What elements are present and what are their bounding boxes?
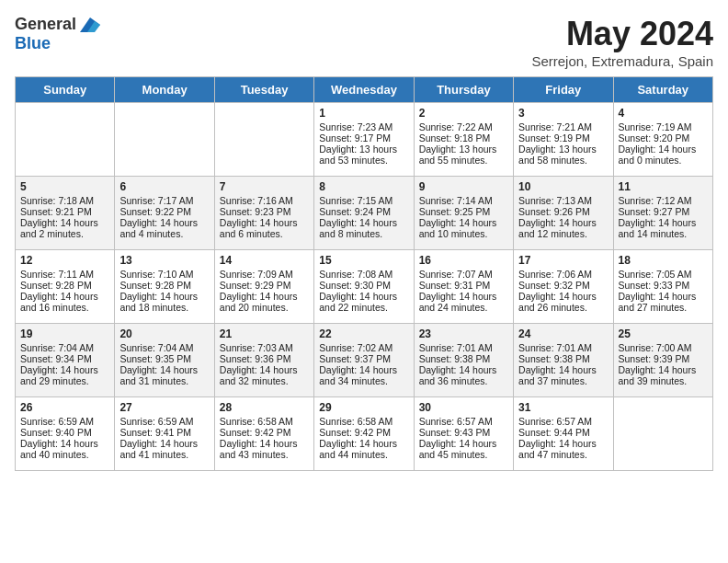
day-info-line: Sunrise: 7:06 AM bbox=[518, 269, 608, 280]
calendar-cell: 20Sunrise: 7:04 AMSunset: 9:35 PMDayligh… bbox=[115, 324, 214, 397]
calendar-cell: 21Sunrise: 7:03 AMSunset: 9:36 PMDayligh… bbox=[214, 324, 313, 397]
day-info-line: Daylight: 14 hours bbox=[518, 291, 608, 302]
day-info-line: Sunrise: 7:17 AM bbox=[119, 195, 209, 206]
calendar-week-row: 1Sunrise: 7:23 AMSunset: 9:17 PMDaylight… bbox=[16, 103, 713, 177]
day-info-line: Daylight: 14 hours bbox=[220, 291, 309, 302]
day-info-line: Daylight: 13 hours bbox=[319, 144, 408, 155]
day-info-line: and 12 minutes. bbox=[518, 228, 608, 239]
day-number: 17 bbox=[518, 254, 608, 267]
day-info-line: Daylight: 14 hours bbox=[319, 291, 408, 302]
day-info-line: Sunset: 9:28 PM bbox=[119, 280, 209, 291]
logo-blue-text: Blue bbox=[15, 34, 51, 53]
calendar-week-row: 19Sunrise: 7:04 AMSunset: 9:34 PMDayligh… bbox=[16, 324, 713, 397]
day-info-line: and 16 minutes. bbox=[20, 302, 109, 313]
day-info-line: Sunrise: 7:01 AM bbox=[419, 342, 508, 353]
day-number: 9 bbox=[419, 180, 508, 193]
day-info-line: and 43 minutes. bbox=[220, 449, 309, 460]
calendar-body: 1Sunrise: 7:23 AMSunset: 9:17 PMDaylight… bbox=[16, 103, 713, 471]
calendar-day-header: Tuesday bbox=[214, 77, 313, 103]
day-info-line: Daylight: 14 hours bbox=[619, 217, 708, 228]
day-info-line: and 20 minutes. bbox=[220, 302, 309, 313]
day-number: 27 bbox=[119, 401, 209, 414]
day-info-line: and 4 minutes. bbox=[119, 228, 209, 239]
main-title: May 2024 bbox=[531, 15, 713, 53]
day-info-line: Sunrise: 7:03 AM bbox=[220, 342, 309, 353]
calendar-cell: 13Sunrise: 7:10 AMSunset: 9:28 PMDayligh… bbox=[115, 250, 214, 324]
calendar-cell bbox=[613, 397, 712, 471]
day-info-line: Daylight: 14 hours bbox=[419, 364, 508, 375]
day-number: 25 bbox=[619, 327, 708, 340]
calendar-cell: 27Sunrise: 6:59 AMSunset: 9:41 PMDayligh… bbox=[115, 397, 214, 471]
day-number: 28 bbox=[220, 401, 309, 414]
day-info-line: Daylight: 14 hours bbox=[20, 438, 109, 449]
day-info-line: and 37 minutes. bbox=[518, 375, 608, 386]
title-block: May 2024 Serrejon, Extremadura, Spain bbox=[531, 15, 713, 69]
day-info-line: Daylight: 14 hours bbox=[119, 364, 209, 375]
day-number: 22 bbox=[319, 327, 408, 340]
calendar-cell: 3Sunrise: 7:21 AMSunset: 9:19 PMDaylight… bbox=[514, 103, 613, 177]
calendar-day-header: Thursday bbox=[414, 77, 513, 103]
day-info-line: and 27 minutes. bbox=[619, 302, 708, 313]
day-info-line: and 47 minutes. bbox=[518, 449, 608, 460]
day-number: 14 bbox=[220, 254, 309, 267]
calendar-cell: 7Sunrise: 7:16 AMSunset: 9:23 PMDaylight… bbox=[214, 177, 313, 250]
day-number: 16 bbox=[419, 254, 508, 267]
day-info-line: Sunset: 9:23 PM bbox=[220, 206, 309, 217]
calendar-cell: 9Sunrise: 7:14 AMSunset: 9:25 PMDaylight… bbox=[414, 177, 513, 250]
day-info-line: Sunset: 9:42 PM bbox=[319, 427, 408, 438]
calendar-table: SundayMondayTuesdayWednesdayThursdayFrid… bbox=[15, 76, 713, 471]
day-info-line: and 44 minutes. bbox=[319, 449, 408, 460]
day-number: 24 bbox=[518, 327, 608, 340]
day-info-line: Sunrise: 7:11 AM bbox=[20, 269, 109, 280]
logo-icon bbox=[80, 17, 100, 32]
day-info-line: Daylight: 14 hours bbox=[119, 291, 209, 302]
day-info-line: Sunset: 9:31 PM bbox=[419, 280, 508, 291]
day-info-line: and 29 minutes. bbox=[20, 375, 109, 386]
logo-general-text: General bbox=[15, 15, 76, 34]
day-info-line: Sunset: 9:43 PM bbox=[419, 427, 508, 438]
day-info-line: Sunrise: 7:13 AM bbox=[518, 195, 608, 206]
day-info-line: Sunrise: 7:01 AM bbox=[518, 342, 608, 353]
day-info-line: Sunset: 9:34 PM bbox=[20, 353, 109, 364]
page-header: General Blue May 2024 Serrejon, Extremad… bbox=[15, 15, 713, 69]
day-number: 2 bbox=[419, 107, 508, 120]
day-info-line: and 22 minutes. bbox=[319, 302, 408, 313]
day-info-line: Daylight: 14 hours bbox=[619, 144, 708, 155]
day-number: 21 bbox=[220, 327, 309, 340]
day-info-line: and 40 minutes. bbox=[20, 449, 109, 460]
calendar-cell bbox=[214, 103, 313, 177]
calendar-day-header: Monday bbox=[115, 77, 214, 103]
calendar-cell: 23Sunrise: 7:01 AMSunset: 9:38 PMDayligh… bbox=[414, 324, 513, 397]
day-info-line: Sunset: 9:19 PM bbox=[518, 132, 608, 144]
calendar-cell: 10Sunrise: 7:13 AMSunset: 9:26 PMDayligh… bbox=[514, 177, 613, 250]
day-number: 3 bbox=[518, 107, 608, 120]
day-number: 10 bbox=[518, 180, 608, 193]
day-info-line: and 0 minutes. bbox=[619, 155, 708, 166]
day-info-line: and 39 minutes. bbox=[619, 375, 708, 386]
day-info-line: Sunset: 9:40 PM bbox=[20, 427, 109, 438]
day-number: 12 bbox=[20, 254, 109, 267]
day-info-line: and 14 minutes. bbox=[619, 228, 708, 239]
day-info-line: and 2 minutes. bbox=[20, 228, 109, 239]
calendar-cell: 11Sunrise: 7:12 AMSunset: 9:27 PMDayligh… bbox=[613, 177, 712, 250]
day-info-line: Daylight: 14 hours bbox=[419, 217, 508, 228]
day-info-line: Sunset: 9:32 PM bbox=[518, 280, 608, 291]
day-info-line: Daylight: 14 hours bbox=[20, 291, 109, 302]
day-number: 11 bbox=[619, 180, 708, 193]
day-info-line: and 45 minutes. bbox=[419, 449, 508, 460]
day-info-line: Sunset: 9:38 PM bbox=[518, 353, 608, 364]
day-info-line: Sunrise: 6:59 AM bbox=[20, 416, 109, 427]
day-info-line: Sunrise: 7:00 AM bbox=[619, 342, 708, 353]
calendar-cell: 18Sunrise: 7:05 AMSunset: 9:33 PMDayligh… bbox=[613, 250, 712, 324]
day-info-line: Sunset: 9:29 PM bbox=[220, 280, 309, 291]
day-info-line: Sunset: 9:22 PM bbox=[119, 206, 209, 217]
day-info-line: Sunset: 9:39 PM bbox=[619, 353, 708, 364]
calendar-day-header: Friday bbox=[514, 77, 613, 103]
day-info-line: and 24 minutes. bbox=[419, 302, 508, 313]
day-info-line: and 32 minutes. bbox=[220, 375, 309, 386]
day-info-line: Sunrise: 6:57 AM bbox=[419, 416, 508, 427]
day-info-line: and 10 minutes. bbox=[419, 228, 508, 239]
day-info-line: Sunrise: 7:12 AM bbox=[619, 195, 708, 206]
day-info-line: and 58 minutes. bbox=[518, 155, 608, 166]
day-number: 19 bbox=[20, 327, 109, 340]
